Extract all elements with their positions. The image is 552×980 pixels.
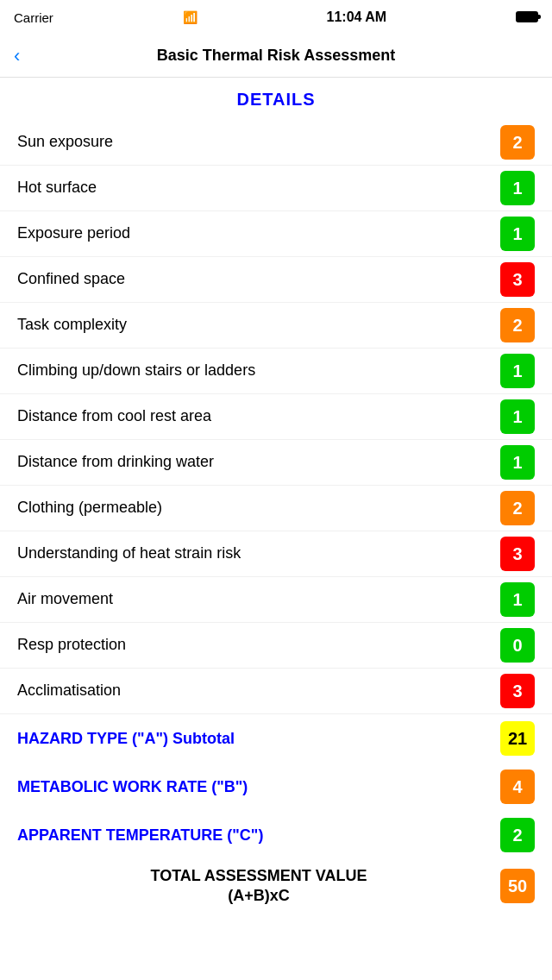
subtotal-value-badge: 2 <box>500 818 535 852</box>
content-area: DETAILS Sun exposure2Hot surface1Exposur… <box>0 78 552 931</box>
row-label: Distance from cool rest area <box>17 406 500 426</box>
row-value-badge: 1 <box>500 171 535 205</box>
row-label: Confined space <box>17 269 500 289</box>
row-label: Climbing up/down stairs or ladders <box>17 361 500 380</box>
row-label: Clothing (permeable) <box>17 498 500 518</box>
row-value-badge: 3 <box>500 674 535 708</box>
total-row: TOTAL ASSESSMENT VALUE(A+B)xC 50 <box>0 859 552 914</box>
status-bar: Carrier 📶 11:04 AM <box>0 0 552 35</box>
subtotal-row: HAZARD TYPE ("A") Subtotal21 <box>0 714 552 763</box>
table-row: Distance from drinking water1 <box>0 440 552 486</box>
row-label: Hot surface <box>17 178 500 198</box>
total-value-badge: 50 <box>500 869 535 903</box>
row-value-badge: 1 <box>500 217 535 251</box>
section-title: DETAILS <box>0 86 552 113</box>
table-row: Understanding of heat strain risk3 <box>0 531 552 577</box>
row-label: Exposure period <box>17 223 500 243</box>
row-value-badge: 0 <box>500 628 535 663</box>
back-button[interactable]: ‹ <box>14 45 20 67</box>
total-label: TOTAL ASSESSMENT VALUE(A+B)xC <box>17 866 500 907</box>
row-value-badge: 1 <box>500 445 535 480</box>
table-row: Sun exposure2 <box>0 120 552 166</box>
table-row: Clothing (permeable)2 <box>0 486 552 531</box>
subtotal-row: APPARENT TEMPERATURE ("C")2 <box>0 811 552 859</box>
time-label: 11:04 AM <box>327 9 387 25</box>
table-row: Task complexity2 <box>0 303 552 349</box>
table-row: Climbing up/down stairs or ladders1 <box>0 349 552 394</box>
row-value-badge: 2 <box>500 125 535 160</box>
row-value-badge: 2 <box>500 491 535 525</box>
subtotal-value-badge: 4 <box>500 770 535 804</box>
table-row: Air movement1 <box>0 577 552 623</box>
table-row: Hot surface1 <box>0 166 552 211</box>
subtotal-label: HAZARD TYPE ("A") Subtotal <box>17 730 500 748</box>
row-value-badge: 3 <box>500 262 535 297</box>
battery-icon <box>516 10 538 25</box>
row-label: Sun exposure <box>17 132 500 152</box>
subtotal-value-badge: 21 <box>500 721 535 756</box>
nav-bar: ‹ Basic Thermal Risk Assessment <box>0 35 552 78</box>
row-label: Acclimatisation <box>17 681 500 700</box>
subtotals-rows: HAZARD TYPE ("A") Subtotal21METABOLIC WO… <box>0 714 552 859</box>
page-title: Basic Thermal Risk Assessment <box>157 47 395 65</box>
carrier-label: Carrier <box>14 10 53 25</box>
wifi-icon: 📶 <box>183 10 198 24</box>
table-row: Distance from cool rest area1 <box>0 394 552 440</box>
subtotal-row: METABOLIC WORK RATE ("B")4 <box>0 763 552 811</box>
row-label: Understanding of heat strain risk <box>17 543 500 563</box>
row-label: Air movement <box>17 589 500 609</box>
row-value-badge: 2 <box>500 308 535 342</box>
table-row: Exposure period1 <box>0 211 552 257</box>
table-row: Acclimatisation3 <box>0 669 552 714</box>
assessment-rows: Sun exposure2Hot surface1Exposure period… <box>0 120 552 714</box>
row-value-badge: 3 <box>500 537 535 571</box>
table-row: Confined space3 <box>0 257 552 303</box>
row-value-badge: 1 <box>500 354 535 388</box>
row-value-badge: 1 <box>500 582 535 617</box>
row-label: Resp protection <box>17 635 500 655</box>
row-value-badge: 1 <box>500 399 535 434</box>
row-label: Task complexity <box>17 315 500 335</box>
subtotal-label: METABOLIC WORK RATE ("B") <box>17 778 500 796</box>
table-row: Resp protection0 <box>0 623 552 669</box>
row-label: Distance from drinking water <box>17 452 500 472</box>
subtotal-label: APPARENT TEMPERATURE ("C") <box>17 826 500 845</box>
